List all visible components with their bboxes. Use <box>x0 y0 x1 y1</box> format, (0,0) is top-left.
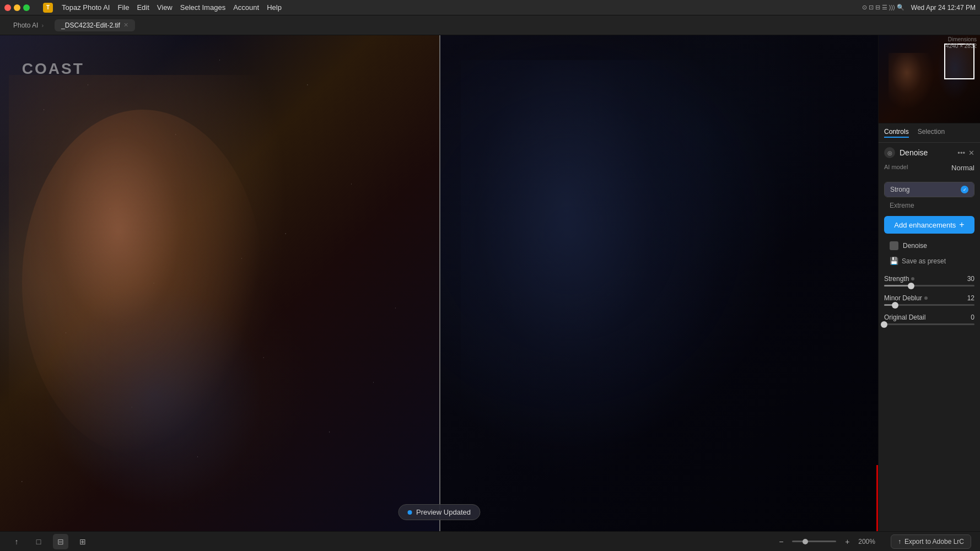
preview-updated-label: Preview Updated <box>416 508 471 516</box>
tab-photo-ai-label: Photo AI <box>13 21 38 29</box>
tab-bar: Photo AI › _DSC4232-Edit-2.tif ✕ <box>0 15 980 35</box>
minimize-window-button[interactable] <box>14 4 20 11</box>
menubar-items: Topaz Photo AI File Edit View Select Ima… <box>62 3 282 12</box>
module-actions: ••• ✕ <box>957 149 974 157</box>
red-indicator-bar <box>876 465 878 531</box>
zoom-slider[interactable] <box>792 541 836 542</box>
minor-deblur-label: Minor Deblur <box>884 294 928 302</box>
system-status-bar: ⊙ ⊡ ⊟ ☰ ))) 🔍 Wed Apr 24 12:47 PM <box>862 4 976 12</box>
strength-label-row: Strength 30 <box>884 275 974 283</box>
zoom-level-display: 200% <box>858 538 875 545</box>
tab-file[interactable]: _DSC4232-Edit-2.tif ✕ <box>55 19 135 31</box>
strength-dot <box>911 277 914 280</box>
add-enhancements-label: Add enhancements <box>894 221 956 229</box>
dimensions-value: 4240 × 2832 <box>946 43 977 49</box>
right-panel: Dimensions 4240 × 2832 Controls Selectio… <box>878 35 980 531</box>
tab-file-label: _DSC4232-Edit-2.tif <box>61 21 120 29</box>
minor-deblur-dot <box>924 296 928 300</box>
canvas-split-divider[interactable] <box>439 35 440 531</box>
strength-slider-row: Strength 30 <box>884 275 974 287</box>
preview-dot <box>407 510 412 515</box>
minor-deblur-label-row: Minor Deblur 12 <box>884 294 974 302</box>
view-single-button[interactable]: □ <box>31 534 46 549</box>
tab-photo-ai[interactable]: Photo AI › <box>7 19 50 31</box>
module-header: ◎ Denoise ••• ✕ <box>884 147 974 158</box>
model-selected-check: ✓ <box>961 186 968 193</box>
original-detail-label: Original Detail <box>884 314 925 321</box>
export-button[interactable]: ↑ Export to Adobe LrC <box>891 534 971 549</box>
close-window-button[interactable] <box>4 4 11 11</box>
original-detail-value: 0 <box>971 314 974 321</box>
main-layout: COAST Preview Updated Dimensions 4240 × … <box>0 35 980 531</box>
minor-deblur-slider-thumb[interactable] <box>892 302 898 309</box>
module-section: ◎ Denoise ••• ✕ AI model Normal Strong ✓… <box>879 143 980 337</box>
strength-slider-fill <box>884 285 911 287</box>
datetime: Wed Apr 24 12:47 PM <box>911 4 976 12</box>
save-preset-label: Save as preset <box>902 257 946 265</box>
model-option-extreme[interactable]: Extreme <box>884 199 974 212</box>
menu-select-images[interactable]: Select Images <box>180 3 225 12</box>
add-enhancements-plus-icon: + <box>959 220 964 229</box>
menu-help[interactable]: Help <box>267 3 282 12</box>
panel-header: Controls Selection <box>879 123 980 143</box>
model-dropdown[interactable]: Strong ✓ <box>884 182 974 197</box>
app-icon: T <box>43 3 53 13</box>
strength-slider-track[interactable] <box>884 285 974 287</box>
module-more-button[interactable]: ••• <box>957 149 965 157</box>
preview-updated-badge: Preview Updated <box>398 504 480 520</box>
canvas-original-side: COAST <box>0 35 439 531</box>
maximize-window-button[interactable] <box>23 4 30 11</box>
save-preset-icon: 💾 <box>890 257 898 265</box>
minor-deblur-slider-track[interactable] <box>884 304 974 306</box>
zoom-minus-button[interactable]: − <box>773 534 789 549</box>
bottom-toolbar: ↑ □ ⊟ ⊞ − + 200% ↑ Export to Adobe LrC <box>0 531 980 551</box>
ai-model-value: Normal <box>951 164 974 172</box>
system-icons: ⊙ ⊡ ⊟ ☰ ))) 🔍 <box>862 4 904 11</box>
original-detail-slider-thumb[interactable] <box>881 321 887 328</box>
original-detail-slider-row: Original Detail 0 <box>884 314 974 325</box>
zoom-controls: − + 200% <box>773 534 875 549</box>
zoom-plus-button[interactable]: + <box>839 534 855 549</box>
thumbnail-section: Dimensions 4240 × 2832 <box>879 35 980 123</box>
denoise-link-label: Denoise <box>903 242 927 250</box>
model-option-strong-label: Strong <box>890 186 909 193</box>
original-detail-label-row: Original Detail 0 <box>884 314 974 321</box>
denoise-module-icon: ◎ <box>884 147 895 158</box>
panel-tabs: Controls Selection <box>884 128 945 138</box>
canvas-denoised-side <box>439 35 879 531</box>
module-title: Denoise <box>900 148 928 157</box>
original-detail-slider-track[interactable] <box>884 323 974 325</box>
export-icon: ↑ <box>898 538 901 545</box>
add-enhancements-button[interactable]: Add enhancements + <box>884 216 974 234</box>
menu-account[interactable]: Account <box>233 3 259 12</box>
traffic-lights <box>4 4 30 11</box>
sliders-section: Strength 30 Minor Deblur <box>884 275 974 325</box>
canvas-area[interactable]: COAST Preview Updated <box>0 35 878 531</box>
strength-label: Strength <box>884 275 914 283</box>
tab-selection[interactable]: Selection <box>918 128 945 138</box>
strength-value: 30 <box>967 275 974 283</box>
menu-file[interactable]: File <box>117 3 129 12</box>
view-split-button[interactable]: ⊟ <box>53 534 68 549</box>
menubar: T Topaz Photo AI File Edit View Select I… <box>0 0 980 15</box>
ai-model-label: AI model <box>884 164 908 170</box>
menu-edit[interactable]: Edit <box>137 3 149 12</box>
tab-controls[interactable]: Controls <box>884 128 909 138</box>
view-side-button[interactable]: ⊞ <box>75 534 90 549</box>
menu-app-name[interactable]: Topaz Photo AI <box>62 3 110 12</box>
upload-button[interactable]: ↑ <box>9 534 24 549</box>
denoise-link[interactable]: Denoise <box>884 238 974 253</box>
model-option-strong[interactable]: Strong ✓ <box>885 182 974 197</box>
minor-deblur-value: 12 <box>967 294 974 302</box>
menu-view[interactable]: View <box>157 3 173 12</box>
module-close-button[interactable]: ✕ <box>968 149 974 157</box>
ai-model-row: AI model Normal <box>884 164 974 177</box>
strength-slider-thumb[interactable] <box>908 283 914 289</box>
minor-deblur-slider-row: Minor Deblur 12 <box>884 294 974 306</box>
save-preset-button[interactable]: 💾 Save as preset <box>884 253 974 268</box>
denoise-link-icon <box>890 241 898 250</box>
export-label: Export to Adobe LrC <box>904 538 964 545</box>
dimensions-label: Dimensions <box>948 36 977 42</box>
zoom-slider-thumb[interactable] <box>803 539 808 544</box>
